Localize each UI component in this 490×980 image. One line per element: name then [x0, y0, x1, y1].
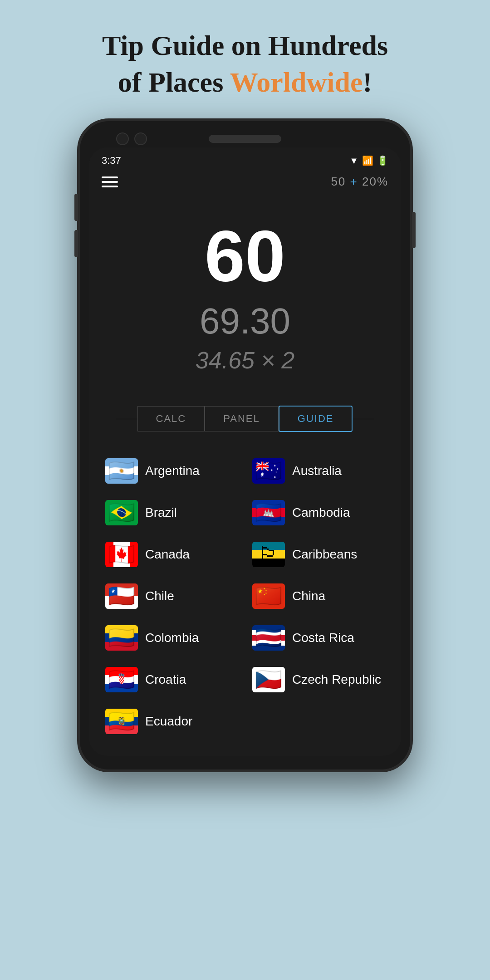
- status-bar: 3:37 ▼ 📶 🔋: [89, 147, 401, 170]
- country-item-canada[interactable]: 🇨🇦 Canada: [98, 534, 245, 575]
- header-line1: Tip Guide on Hundreds: [102, 30, 388, 61]
- hamburger-line2: [102, 181, 118, 183]
- tab-panel[interactable]: PANEL: [205, 406, 279, 431]
- signal-icon: 📶: [362, 155, 373, 166]
- flag-cambodia: 🇰🇭: [252, 500, 285, 525]
- hamburger-line1: [102, 176, 118, 178]
- country-item-cambodia[interactable]: 🇰🇭 Cambodia: [245, 492, 392, 534]
- flag-caribbeans: 🏳: [252, 542, 285, 567]
- flag-brazil: 🇧🇷: [105, 500, 138, 525]
- clock: 3:37: [102, 155, 121, 167]
- wifi-icon: ▼: [349, 156, 358, 166]
- camera-left: [116, 132, 129, 145]
- flag-china: 🇨🇳: [252, 583, 285, 609]
- flag-australia: 🇦🇺: [252, 458, 285, 484]
- tab-divider-left: [116, 419, 137, 419]
- country-name-croatia: Croatia: [145, 672, 186, 687]
- flag-argentina: 🇦🇷: [105, 458, 138, 484]
- country-name-australia: Australia: [292, 464, 342, 478]
- flag-croatia: 🇭🇷: [105, 667, 138, 692]
- volume-down-button: [74, 230, 78, 257]
- country-name-china: China: [292, 589, 325, 603]
- country-item-australia[interactable]: 🇦🇺 Australia: [245, 450, 392, 492]
- power-button: [412, 212, 416, 248]
- flag-canada: 🇨🇦: [105, 542, 138, 567]
- tab-guide[interactable]: GUIDE: [279, 406, 353, 432]
- header-section: Tip Guide on Hundreds of Places Worldwid…: [66, 0, 424, 118]
- phone-notch: [89, 135, 401, 143]
- split-amount: 34.65 × 2: [98, 347, 392, 374]
- country-name-costa rica: Costa Rica: [292, 631, 354, 645]
- page-title: Tip Guide on Hundreds of Places Worldwid…: [66, 0, 424, 118]
- header-highlight: Worldwide: [230, 67, 363, 98]
- country-name-argentina: Argentina: [145, 464, 200, 478]
- battery-icon: 🔋: [377, 155, 388, 166]
- flag-chile: 🇨🇱: [105, 583, 138, 609]
- country-item-caribbeans[interactable]: 🏳 Caribbeans: [245, 534, 392, 575]
- country-item-colombia[interactable]: 🇨🇴 Colombia: [98, 617, 245, 659]
- country-name-chile: Chile: [145, 589, 174, 603]
- country-item-costa-rica[interactable]: 🇨🇷 Costa Rica: [245, 617, 392, 659]
- main-amount: 60: [98, 216, 392, 296]
- country-name-ecuador: Ecuador: [145, 714, 192, 729]
- header-exclamation: !: [363, 67, 372, 98]
- flag-ecuador: 🇪🇨: [105, 709, 138, 734]
- country-name-czech republic: Czech Republic: [292, 672, 381, 687]
- country-item-croatia[interactable]: 🇭🇷 Croatia: [98, 659, 245, 701]
- camera-right: [134, 132, 147, 145]
- app-header: 50 + 20%: [89, 170, 401, 198]
- country-name-canada: Canada: [145, 547, 190, 562]
- header-line2: of Places: [118, 67, 230, 98]
- tip-percentage-display: 50 + 20%: [331, 175, 388, 189]
- country-name-cambodia: Cambodia: [292, 505, 350, 520]
- tab-divider-right: [353, 419, 374, 419]
- flag-czech republic: 🇨🇿: [252, 667, 285, 692]
- phone-mockup: 3:37 ▼ 📶 🔋 50 + 20% 60 69.30 34.65 × 2: [77, 118, 413, 772]
- phone-screen: 3:37 ▼ 📶 🔋 50 + 20% 60 69.30 34.65 × 2: [89, 147, 401, 756]
- plus-icon: +: [350, 175, 358, 188]
- country-item-czech-republic[interactable]: 🇨🇿 Czech Republic: [245, 659, 392, 701]
- country-item-chile[interactable]: 🇨🇱 Chile: [98, 575, 245, 617]
- country-name-colombia: Colombia: [145, 631, 199, 645]
- flag-colombia: 🇨🇴: [105, 625, 138, 651]
- tab-bar: CALC PANEL GUIDE: [89, 401, 401, 441]
- total-amount: 69.30: [98, 300, 392, 342]
- flag-costa rica: 🇨🇷: [252, 625, 285, 651]
- volume-up-button: [74, 194, 78, 221]
- country-name-caribbeans: Caribbeans: [292, 547, 357, 562]
- hamburger-line3: [102, 186, 118, 187]
- calculator-display: 60 69.30 34.65 × 2: [89, 198, 401, 401]
- country-item-argentina[interactable]: 🇦🇷 Argentina: [98, 450, 245, 492]
- country-item-china[interactable]: 🇨🇳 China: [245, 575, 392, 617]
- country-name-brazil: Brazil: [145, 505, 177, 520]
- phone-speaker: [209, 135, 281, 143]
- status-icons: ▼ 📶 🔋: [349, 155, 388, 166]
- country-item-brazil[interactable]: 🇧🇷 Brazil: [98, 492, 245, 534]
- country-list: 🇦🇷 Argentina 🇦🇺 Australia 🇧🇷 Brazil 🇰🇭 C…: [89, 441, 401, 756]
- country-item-ecuador[interactable]: 🇪🇨 Ecuador: [98, 701, 245, 742]
- menu-button[interactable]: [102, 176, 118, 187]
- tab-calc[interactable]: CALC: [137, 406, 205, 431]
